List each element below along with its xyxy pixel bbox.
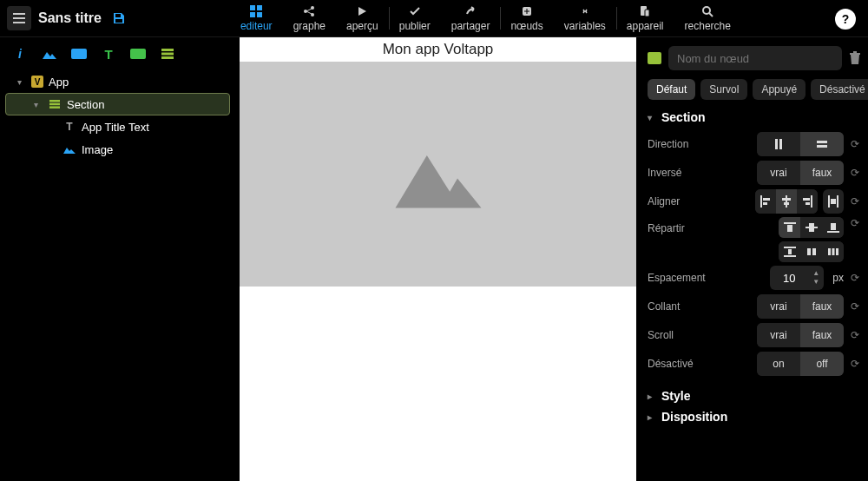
- section-icon: [48, 98, 62, 110]
- state-tabs: Défaut Survol Appuyé Désactivé: [648, 79, 861, 100]
- link-icon[interactable]: ⟳: [849, 358, 861, 370]
- app-canvas[interactable]: Mon app Voltapp: [240, 37, 636, 481]
- spacing-input[interactable]: 10 ▲▼: [770, 266, 824, 290]
- info-icon[interactable]: i: [12, 48, 28, 60]
- prop-repartir: Répartir ⟳: [648, 217, 861, 262]
- inverse-toggle[interactable]: vrai faux: [757, 161, 844, 185]
- menu-button[interactable]: [7, 6, 31, 30]
- direction-toggle[interactable]: [757, 132, 844, 156]
- tree-node-image[interactable]: Image: [5, 138, 230, 161]
- link-icon[interactable]: ⟳: [849, 300, 861, 313]
- collant-toggle[interactable]: vrai faux: [757, 294, 844, 319]
- caret-icon: ▸: [648, 392, 656, 401]
- dist-1-icon[interactable]: [779, 217, 800, 238]
- state-appuye[interactable]: Appuyé: [753, 79, 806, 100]
- document-title: Sans titre: [38, 10, 102, 26]
- tree-node-title-text[interactable]: T App Title Text: [5, 115, 230, 138]
- align-stretch-icon[interactable]: [823, 189, 844, 214]
- svg-rect-3: [257, 5, 262, 10]
- tab-appareil[interactable]: appareil: [616, 0, 674, 36]
- align-group[interactable]: [755, 189, 818, 214]
- state-survol[interactable]: Survol: [700, 79, 747, 100]
- prop-direction: Direction ⟳: [648, 131, 861, 157]
- link-icon[interactable]: ⟳: [849, 138, 861, 150]
- tree-label: Image: [82, 143, 113, 156]
- image-placeholder[interactable]: [240, 62, 636, 287]
- dist-5-icon[interactable]: [800, 241, 822, 262]
- tree-node-app[interactable]: ▾ V App: [5, 70, 230, 93]
- collant-false[interactable]: faux: [800, 294, 844, 319]
- scroll-true[interactable]: vrai: [757, 323, 800, 347]
- tab-apercu[interactable]: aperçu: [336, 0, 389, 36]
- text-icon: T: [62, 121, 76, 133]
- section-tool-icon[interactable]: [160, 48, 175, 60]
- inverse-false[interactable]: faux: [800, 161, 844, 185]
- grid-icon: [250, 4, 262, 18]
- panel-section[interactable]: ▾ Section: [648, 110, 861, 124]
- tab-partager[interactable]: partager: [441, 0, 501, 36]
- svg-rect-25: [760, 195, 762, 208]
- rect-tool-icon[interactable]: [71, 48, 87, 60]
- panel-style[interactable]: ▸ Style: [648, 389, 861, 403]
- save-icon[interactable]: [112, 11, 126, 25]
- svg-rect-31: [811, 195, 812, 208]
- image-tool-icon[interactable]: [42, 48, 57, 60]
- state-defaut[interactable]: Défaut: [648, 79, 695, 100]
- svg-rect-18: [49, 100, 60, 102]
- inverse-true[interactable]: vrai: [757, 161, 800, 185]
- tab-publier[interactable]: publier: [389, 0, 441, 36]
- tab-variables[interactable]: variables: [554, 0, 616, 36]
- trash-icon[interactable]: [849, 51, 861, 65]
- align-stretch[interactable]: [823, 189, 844, 214]
- mountain-icon: [391, 135, 486, 214]
- prop-aligner: Aligner ⟳: [648, 188, 861, 214]
- svg-rect-50: [836, 248, 838, 255]
- svg-rect-32: [803, 198, 810, 201]
- svg-rect-34: [828, 195, 830, 208]
- collant-true[interactable]: vrai: [757, 294, 800, 319]
- dist-4-icon[interactable]: [779, 241, 800, 262]
- text-tool-icon[interactable]: T: [101, 48, 116, 60]
- align-start-icon[interactable]: [755, 189, 776, 214]
- link-icon[interactable]: ⟳: [849, 217, 861, 238]
- stepper[interactable]: ▲▼: [808, 270, 824, 286]
- svg-rect-41: [827, 231, 839, 233]
- link-icon[interactable]: ⟳: [849, 329, 861, 341]
- link-icon[interactable]: ⟳: [849, 272, 861, 284]
- svg-rect-22: [779, 139, 782, 149]
- tab-graphe[interactable]: graphe: [283, 0, 336, 36]
- svg-rect-1: [115, 19, 122, 23]
- direction-row-icon[interactable]: [757, 132, 800, 156]
- tab-recherche[interactable]: recherche: [674, 0, 741, 36]
- tab-noeuds[interactable]: nœuds: [500, 0, 553, 36]
- svg-rect-0: [115, 14, 121, 17]
- desactive-off[interactable]: off: [800, 352, 844, 376]
- svg-rect-24: [817, 145, 827, 148]
- link-icon[interactable]: ⟳: [849, 195, 861, 208]
- scroll-toggle[interactable]: vrai faux: [757, 323, 844, 347]
- align-end-icon[interactable]: [797, 189, 818, 214]
- container-tool-icon[interactable]: [130, 48, 146, 60]
- dist-2-icon[interactable]: [800, 217, 822, 238]
- tree-label: Section: [67, 98, 104, 111]
- state-desactive[interactable]: Désactivé: [811, 79, 868, 100]
- svg-rect-15: [161, 49, 174, 51]
- tree-node-section[interactable]: ▾ Section: [5, 93, 230, 115]
- distribute-row2[interactable]: [779, 241, 844, 262]
- dist-6-icon[interactable]: [822, 241, 844, 262]
- node-name-input[interactable]: [668, 46, 842, 70]
- distribute-row1[interactable]: [779, 217, 844, 238]
- direction-column-icon[interactable]: [800, 132, 844, 156]
- desactive-toggle[interactable]: on off: [757, 352, 844, 376]
- help-button[interactable]: ?: [835, 9, 856, 30]
- desactive-on[interactable]: on: [757, 352, 800, 376]
- link-icon[interactable]: ⟳: [849, 167, 861, 179]
- tab-editeur[interactable]: editeur: [230, 0, 283, 36]
- align-center-icon[interactable]: [776, 189, 797, 214]
- scroll-false[interactable]: faux: [800, 323, 844, 347]
- dist-3-icon[interactable]: [822, 217, 844, 238]
- panel-disposition[interactable]: ▸ Disposition: [648, 410, 861, 424]
- prop-desactive: Désactivé on off ⟳: [648, 351, 861, 377]
- caret-icon: ▾: [17, 77, 26, 87]
- element-toolbar: i T: [5, 44, 230, 70]
